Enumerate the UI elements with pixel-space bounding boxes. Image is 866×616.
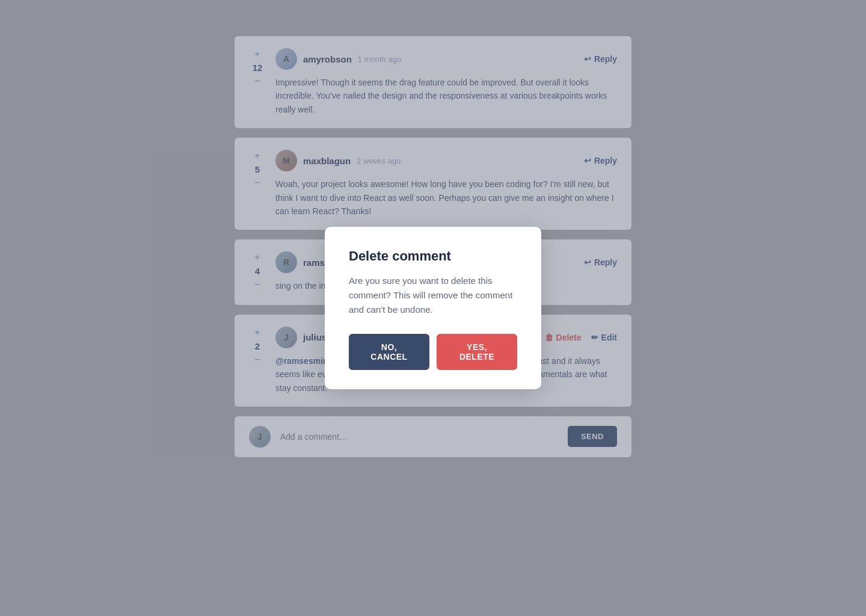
modal-overlay[interactable]: Delete comment Are you sure you want to … [0,0,866,616]
modal-title: Delete comment [349,248,517,264]
modal-actions: NO, CANCEL YES, DELETE [349,334,517,370]
cancel-button[interactable]: NO, CANCEL [349,334,429,370]
modal-body: Are you sure you want to delete this com… [349,274,517,317]
delete-modal: Delete comment Are you sure you want to … [325,227,541,389]
confirm-delete-button[interactable]: YES, DELETE [437,334,517,370]
